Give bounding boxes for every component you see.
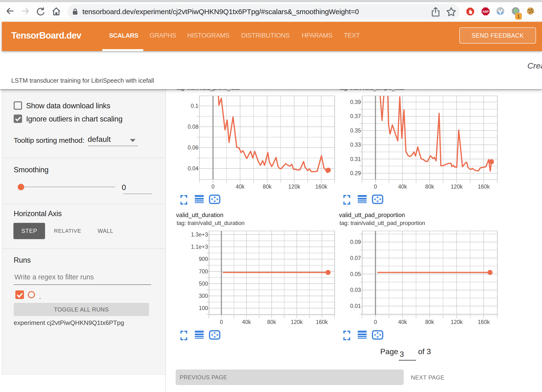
svg-text:0.29: 0.29 xyxy=(350,170,361,176)
svg-text:160k: 160k xyxy=(478,319,490,325)
svg-text:40k: 40k xyxy=(242,319,251,325)
svg-text:0: 0 xyxy=(220,319,223,325)
svg-text:0.04: 0.04 xyxy=(188,165,198,172)
svg-text:120k: 120k xyxy=(291,319,303,325)
svg-text:0.33: 0.33 xyxy=(350,142,361,148)
svg-text:80k: 80k xyxy=(263,184,272,190)
svg-text:80k: 80k xyxy=(425,184,434,190)
svg-text:700: 700 xyxy=(199,268,208,275)
svg-text:160k: 160k xyxy=(316,319,328,325)
svg-text:160k: 160k xyxy=(315,184,327,190)
svg-text:80k: 80k xyxy=(267,319,276,325)
svg-text:300: 300 xyxy=(199,293,208,299)
svg-text:0.09: 0.09 xyxy=(350,239,361,245)
svg-text:0.03: 0.03 xyxy=(350,287,361,293)
svg-text:0.08: 0.08 xyxy=(188,124,198,130)
svg-text:120k: 120k xyxy=(288,184,300,190)
svg-text:1.1e+3: 1.1e+3 xyxy=(191,244,208,250)
svg-text:900: 900 xyxy=(199,256,208,262)
svg-text:40k: 40k xyxy=(236,184,245,190)
svg-text:40k: 40k xyxy=(398,184,407,190)
svg-text:0.37: 0.37 xyxy=(350,113,361,119)
svg-text:80k: 80k xyxy=(425,319,434,325)
svg-text:0.31: 0.31 xyxy=(350,156,361,162)
svg-text:0: 0 xyxy=(374,319,377,325)
svg-text:40k: 40k xyxy=(398,319,407,325)
svg-text:100: 100 xyxy=(199,305,208,311)
svg-text:0.05: 0.05 xyxy=(350,271,361,277)
svg-text:0: 0 xyxy=(374,184,377,190)
svg-text:120k: 120k xyxy=(451,184,463,190)
svg-text:ABP: ABP xyxy=(482,10,489,13)
svg-text:0.1: 0.1 xyxy=(191,103,198,109)
svg-text:120k: 120k xyxy=(451,319,463,325)
svg-text:1: 1 xyxy=(517,14,520,19)
svg-text:0.39: 0.39 xyxy=(350,99,361,105)
svg-text:0.01: 0.01 xyxy=(350,303,361,309)
svg-text:0: 0 xyxy=(212,184,215,190)
svg-text:0.07: 0.07 xyxy=(350,255,361,261)
svg-text:160k: 160k xyxy=(478,184,490,190)
svg-text:0.35: 0.35 xyxy=(350,127,361,134)
svg-text:1.3e+3: 1.3e+3 xyxy=(191,231,208,238)
svg-text:500: 500 xyxy=(199,281,208,287)
svg-text:0.06: 0.06 xyxy=(188,144,198,151)
